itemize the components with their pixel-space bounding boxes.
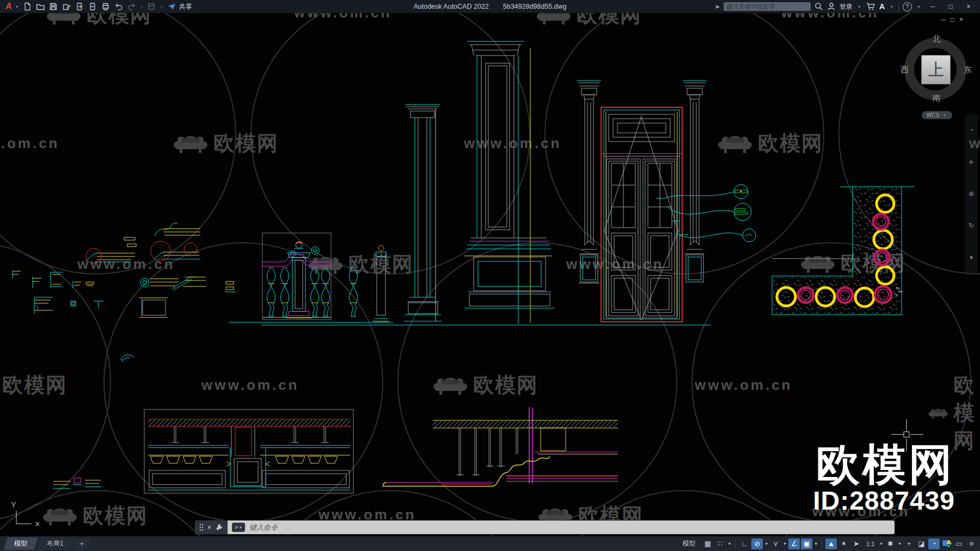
clean-screen-button[interactable]: ▭ [953,538,965,549]
search-flyout-caret-icon[interactable]: ▶ [716,4,720,9]
isometric-drafting-caret-icon[interactable]: ▼ [783,542,787,546]
help-caret-icon[interactable]: ▼ [916,5,922,9]
signin-button[interactable]: 登录 [840,2,853,11]
sofa-icon [308,254,343,276]
viewcube-east-label[interactable]: 东 [964,65,972,75]
add-layout-button[interactable]: + [75,538,89,549]
autodesk-a-icon[interactable]: A [879,2,885,11]
dwg-minimize-button[interactable]: ─ [941,16,946,23]
model-space-indicator[interactable]: 模型 [682,539,695,548]
minimize-button[interactable]: ─ [926,3,940,10]
annotation-monitor-button[interactable]: + [903,538,915,549]
undo-button[interactable] [113,1,125,12]
watermark-url-text: www.om.cn [0,135,60,152]
apps-caret-icon[interactable]: ▼ [889,5,895,9]
command-input[interactable]: >▼ 键入命令 [228,521,895,534]
sofa-icon [42,505,77,527]
viewcube-top-face[interactable]: 上 [921,55,951,84]
workspace-switching-caret-icon[interactable]: ▼ [898,542,902,546]
annotation-scale-flag-button[interactable]: ➤ [850,538,862,549]
user-icon[interactable] [827,2,836,11]
cart-icon[interactable] [866,2,875,11]
object-snap-caret-icon[interactable]: ▼ [814,542,818,546]
plot-button[interactable] [100,1,112,12]
share-plane-icon [168,2,176,11]
grid-display-button[interactable]: ▦ [702,538,713,549]
watermark-url-text: www.om.cn [695,377,793,394]
watermark-logo: 欧模网 [718,130,823,157]
watermark-url-text: www.om.cn [294,13,392,21]
snap-mode-caret-icon[interactable]: ▼ [727,542,731,546]
polar-tracking-button[interactable]: ⊘ [751,538,763,549]
viewcube-north-label[interactable]: 北 [893,34,980,44]
full-navigation-wheel-icon[interactable]: ◔ [969,126,973,134]
search-input[interactable] [724,2,811,11]
tab-layout1[interactable]: 布局1 [38,537,72,550]
viewcube-west-label[interactable]: 西 [901,65,909,75]
viewcube-south-label[interactable]: 南 [893,93,980,103]
watermark-url-text: www.om.cn [77,256,175,273]
dwg-close-button[interactable]: × [959,16,963,23]
close-button[interactable]: × [961,3,976,10]
polar-tracking-caret-icon[interactable]: ▼ [764,542,768,546]
save-as-button[interactable] [60,1,72,12]
annotation-visibility-button[interactable]: ▲ [825,538,837,549]
sofa-icon [433,375,468,396]
orbit-icon[interactable]: ↻ [969,222,974,229]
save-button[interactable] [47,1,59,12]
graphics-performance-button[interactable]: ✓ [941,538,952,549]
statusbar-toggles: 模型 ▦∷▼∟⊘▼⋎▼∠▣▼▲✶➤1:1▼✱▼+◪◔✓▭≡ [682,538,977,549]
workspace-caret-icon[interactable]: ▼ [158,5,164,9]
account-caret-icon[interactable]: ▼ [856,5,862,9]
help-icon[interactable]: ? [903,2,912,11]
watermark-logo: 欧模网 [308,250,414,278]
command-placeholder: 键入命令 [249,523,278,532]
object-snap-button[interactable]: ▣ [801,538,812,549]
autocad-logo-icon[interactable]: A [2,2,13,11]
redo-button[interactable] [126,1,138,12]
watermark-logo: 欧模网 [173,130,279,157]
annotation-scale-caret-icon[interactable]: ▼ [879,542,883,546]
app-menu-caret-icon[interactable]: ▼ [14,5,20,9]
title-bar: A ▼ ▼ ▼ 共享 Autodesk AutoCAD 20225b3 [0,0,980,13]
save-to-web-button[interactable] [87,1,99,12]
snap-mode-button[interactable]: ∷ [714,538,726,549]
command-prompt-icon[interactable]: >▼ [232,523,245,532]
open-drawing-button[interactable] [34,1,46,12]
command-line[interactable]: × >▼ 键入命令 [195,521,895,534]
open-from-web-button[interactable] [74,1,85,12]
drawing-canvas[interactable]: 欧模网www.om.cn欧模网www.om.cnwww.om.cn欧模网www.… [0,13,980,536]
wcs-dropdown[interactable]: WCS▼ [922,111,952,119]
watermark-url-text: www.om.cn [464,135,562,152]
watermark-brand-text: 欧模网 [813,443,955,487]
navigation-bar[interactable]: ◔ ✛ ⊕ ↻ ▾ [965,114,978,273]
watermark-logo: 欧模网 [0,371,68,399]
ortho-mode-button[interactable]: ∟ [739,538,750,549]
isolate-objects-button[interactable]: ◪ [916,538,927,549]
navbar-caret-icon[interactable]: ▾ [970,254,973,261]
redo-caret-icon[interactable]: ▼ [139,5,145,9]
share-button[interactable]: 共享 [168,2,192,11]
zoom-icon[interactable]: ⊕ [969,190,974,198]
workspace-switching-button[interactable]: ✱ [885,538,896,549]
workspace-dropdown-icon[interactable] [145,1,157,12]
hardware-acceleration-button[interactable]: ◔ [928,538,940,549]
maximize-button[interactable]: □ [944,3,958,10]
divider [898,3,899,10]
dwg-restore-button[interactable]: □ [951,16,954,23]
pan-icon[interactable]: ✛ [969,158,974,166]
document-title: 5b34928d98d55.dwg [503,3,567,10]
object-snap-tracking-button[interactable]: ∠ [788,538,800,549]
new-drawing-button[interactable] [21,1,33,12]
command-grip-handle[interactable] [199,523,204,532]
sofa-icon [173,133,208,155]
watermark-url-text: www.om.cn [566,256,664,273]
customize-wrench-icon[interactable] [215,523,223,531]
annotation-scale-button[interactable]: 1:1 [863,538,878,549]
command-close-icon[interactable]: × [207,523,212,531]
customization-button[interactable]: ≡ [966,538,977,549]
search-icon[interactable] [814,2,823,11]
isometric-drafting-button[interactable]: ⋎ [770,538,781,549]
annotation-autoscale-button[interactable]: ✶ [838,538,849,549]
tab-model[interactable]: 模型 [5,537,36,550]
